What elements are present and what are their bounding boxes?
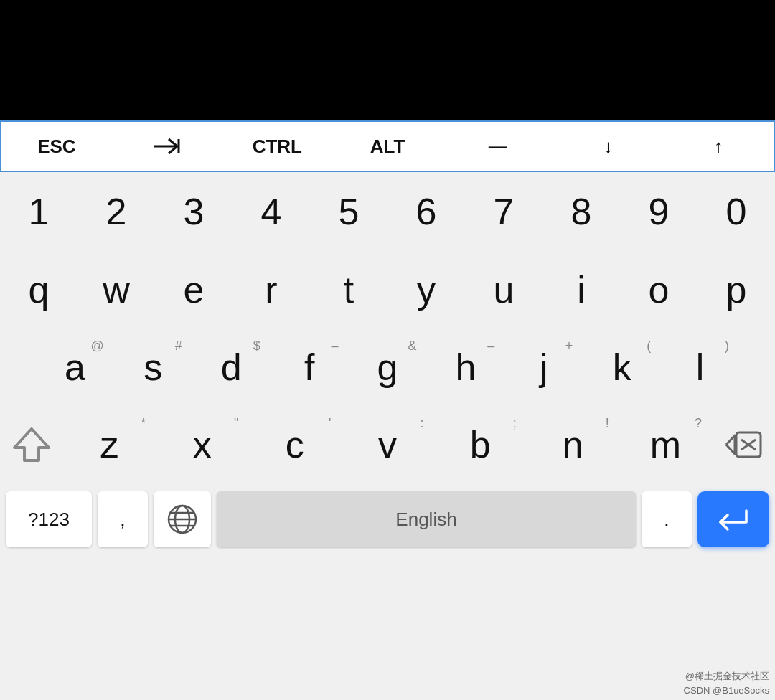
key-0[interactable]: 0 [698, 172, 775, 251]
comma-key[interactable]: , [98, 491, 148, 547]
watermark: @稀土掘金技术社区 CSDN @B1ueSocks [684, 669, 769, 697]
key-o[interactable]: o [620, 251, 698, 328]
key-z[interactable]: * z [63, 406, 156, 483]
key-q[interactable]: q [0, 251, 78, 328]
key-b[interactable]: ; b [434, 406, 527, 483]
black-top-area [0, 0, 775, 120]
key-t[interactable]: t [310, 251, 388, 328]
asdf-row: @ a # s $ d – f & g – h + j ( k [0, 328, 775, 406]
function-row: ESC CTRL ALT — ↓ ↑ [0, 120, 775, 172]
key-e[interactable]: e [155, 251, 232, 328]
key-9[interactable]: 9 [620, 172, 698, 251]
alt-key[interactable]: ALT [332, 122, 443, 171]
numeric-switch-key[interactable]: ?123 [6, 491, 92, 547]
key-c[interactable]: ' c [248, 406, 341, 483]
key-6[interactable]: 6 [388, 172, 465, 251]
key-y[interactable]: y [388, 251, 465, 328]
key-a[interactable]: @ a [36, 328, 114, 406]
space-key[interactable]: English [217, 491, 636, 547]
shift-key[interactable] [0, 406, 63, 483]
key-k[interactable]: ( k [583, 328, 661, 406]
enter-key[interactable] [698, 491, 769, 547]
backspace-key[interactable] [712, 406, 775, 483]
period-key[interactable]: . [642, 491, 692, 547]
esc-key[interactable]: ESC [1, 122, 112, 171]
key-8[interactable]: 8 [542, 172, 620, 251]
key-s[interactable]: # s [114, 328, 192, 406]
key-p[interactable]: p [698, 251, 775, 328]
key-v[interactable]: : v [341, 406, 433, 483]
svg-marker-2 [14, 429, 49, 460]
key-u[interactable]: u [465, 251, 542, 328]
key-r[interactable]: r [232, 251, 310, 328]
tab-key[interactable] [112, 122, 222, 171]
key-i[interactable]: i [542, 251, 620, 328]
qwerty-row: q w e r t y u i o p [0, 251, 775, 328]
key-3[interactable]: 3 [155, 172, 232, 251]
key-j[interactable]: + j [504, 328, 583, 406]
bottom-row: ?123 , English . [0, 483, 775, 555]
key-m[interactable]: ? m [619, 406, 712, 483]
key-n[interactable]: ! n [527, 406, 619, 483]
key-d[interactable]: $ d [192, 328, 271, 406]
key-7[interactable]: 7 [465, 172, 542, 251]
key-l[interactable]: ) l [661, 328, 739, 406]
key-2[interactable]: 2 [78, 172, 155, 251]
number-row: 1 2 3 4 5 6 7 8 9 0 [0, 172, 775, 251]
key-g[interactable]: & g [349, 328, 427, 406]
key-w[interactable]: w [78, 251, 155, 328]
arrow-up-key[interactable]: ↑ [663, 122, 774, 171]
ctrl-key[interactable]: CTRL [222, 122, 332, 171]
key-f[interactable]: – f [271, 328, 349, 406]
key-5[interactable]: 5 [310, 172, 388, 251]
key-x[interactable]: " x [156, 406, 248, 483]
key-4[interactable]: 4 [232, 172, 310, 251]
dash-key[interactable]: — [443, 122, 553, 171]
zxcv-row: * z " x ' c : v ; b ! n ? m [0, 406, 775, 483]
key-h[interactable]: – h [426, 328, 504, 406]
globe-key[interactable] [154, 491, 211, 547]
arrow-down-key[interactable]: ↓ [553, 122, 664, 171]
keyboard-wrapper: ESC CTRL ALT — ↓ ↑ 1 2 3 4 5 6 7 8 9 0 q… [0, 120, 775, 700]
key-1[interactable]: 1 [0, 172, 78, 251]
